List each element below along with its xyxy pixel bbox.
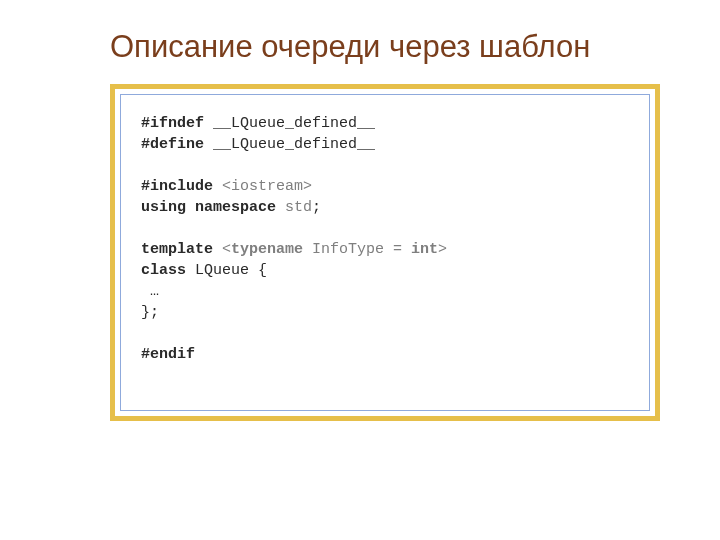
include-header: iostream [231,178,303,195]
angle-close-include: > [303,178,312,195]
code-block: #ifndef __LQueue_defined__ #define __LQu… [120,94,650,411]
close-brace: }; [141,304,159,321]
body-ellipsis: … [141,283,159,300]
keyword-ifndef: #ifndef [141,115,204,132]
keyword-namespace: namespace [186,199,276,216]
keyword-define: #define [141,136,204,153]
semicolon: ; [312,199,321,216]
namespace-name: std [276,199,312,216]
keyword-endif: #endif [141,346,195,363]
keyword-include: #include [141,178,213,195]
class-name: LQueue { [186,262,267,279]
keyword-class: class [141,262,186,279]
angle-open-template: < [213,241,231,258]
keyword-template: template [141,241,213,258]
code-content: #ifndef __LQueue_defined__ #define __LQu… [141,113,629,365]
symbol-ifndef: __LQueue_defined__ [204,115,375,132]
slide: Описание очереди через шаблон #ifndef __… [0,0,720,540]
slide-title: Описание очереди через шаблон [110,30,660,64]
angle-open-include: < [213,178,231,195]
symbol-define: __LQueue_defined__ [204,136,375,153]
code-block-outer-border: #ifndef __LQueue_defined__ #define __LQu… [110,84,660,421]
angle-close-template: > [438,241,447,258]
keyword-using: using [141,199,186,216]
keyword-int: int [411,241,438,258]
template-param: InfoType = [303,241,411,258]
keyword-typename: typename [231,241,303,258]
